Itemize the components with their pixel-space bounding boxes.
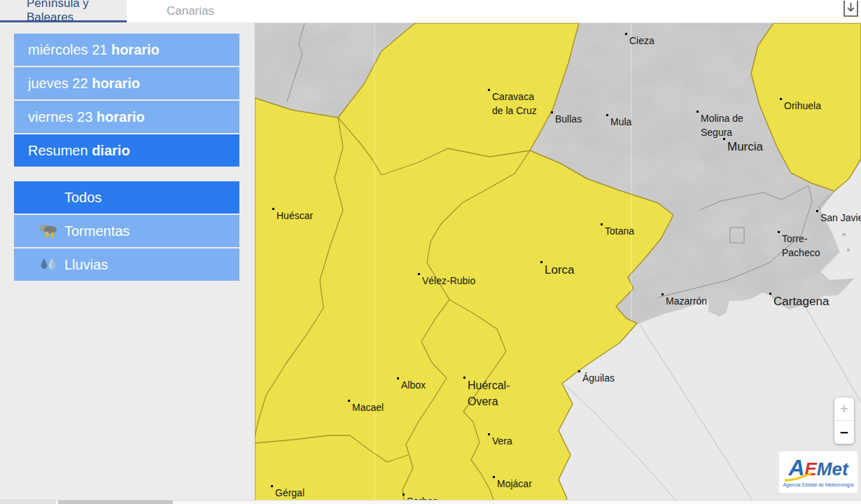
warning-map[interactable]: CiezaCaravacade la CruzBullasMulaMolina … [255,23,861,504]
city-dot [723,138,725,140]
city-dot [488,89,490,91]
tab-peninsula-baleares[interactable]: Península y Baleares [0,0,127,22]
zoom-out-button[interactable]: − [834,421,854,444]
city-label: Gérgal [275,486,304,500]
day-button-miercoles-21[interactable]: miércoles 21 horario [14,34,239,66]
map-island [842,233,846,236]
city-dot [551,111,553,113]
scrollbar-thumb[interactable] [58,500,173,504]
city-label: San Javier [820,211,861,225]
sidebar: miércoles 21 horario jueves 22 horario v… [0,22,255,500]
city-label: Molina deSegura [701,111,743,140]
storm-icon [38,223,59,239]
city-label: Vera [492,434,512,448]
filter-button-tormentas[interactable]: Tormentas [14,215,239,247]
city-dot [402,493,405,496]
city-dot [662,293,664,295]
city-label: Águilas [582,371,615,385]
city-dot [625,33,627,35]
city-dot [696,111,699,113]
city-label: Mazarrón [666,294,707,308]
city-dot [816,210,818,212]
aemet-logo: AEMet Agencia Estatal de Meteorología [779,451,858,493]
city-label: Macael [352,400,384,414]
city-label: Orihuela [784,99,821,113]
city-label: Mojácar [497,477,532,491]
city-dot [493,476,495,478]
city-label: Cartagena [774,293,829,311]
city-label: Totana [605,224,634,238]
city-dot [606,114,608,116]
city-dot [578,370,580,372]
zoom-in-button[interactable]: + [834,398,854,421]
tab-bar: Península y Baleares Canarias [0,0,861,22]
map-island [847,248,850,251]
city-label: Cieza [629,34,654,48]
day-button-viernes-23[interactable]: viernes 23 horario [14,101,239,133]
city-label: Huércal-Overa [468,377,510,410]
city-label: Albox [401,378,426,392]
city-dot [418,273,420,275]
city-dot [348,400,350,402]
download-icon[interactable] [843,1,859,18]
map-zoom-control: + − [834,398,854,444]
logo-caption: Agencia Estatal de Meteorología [779,482,858,487]
city-label: Mula [610,115,631,129]
filter-button-todos[interactable]: Todos [14,181,239,214]
day-button-jueves-22[interactable]: jueves 22 horario [14,67,239,99]
city-dot [778,231,780,233]
rain-icon [38,256,59,273]
city-dot [780,98,782,100]
horizontal-scrollbar[interactable] [0,500,861,504]
city-dot [769,293,771,295]
city-dot [601,223,603,225]
city-label: Vélez-Rubio [422,274,475,288]
city-dot [271,485,273,487]
logo-letters-met: Met [817,458,848,479]
city-label: Lorca [545,262,575,279]
city-label: Torre-Pacheco [782,232,820,260]
city-dot [463,377,465,379]
logo-swoosh [785,472,813,482]
city-label: Murcia [727,139,763,156]
tab-canarias[interactable]: Canarias [127,0,254,22]
city-label: Bullas [555,112,582,126]
city-dot [540,261,542,263]
day-button-resumen-diario[interactable]: Resumen diario [14,134,239,167]
city-dot [272,208,274,210]
city-dot [488,433,490,435]
filter-button-lluvias[interactable]: Lluvias [14,248,239,281]
city-dot [397,377,399,379]
city-label: Huéscar [276,209,313,223]
city-label: Caravacade la Cruz [492,90,537,118]
